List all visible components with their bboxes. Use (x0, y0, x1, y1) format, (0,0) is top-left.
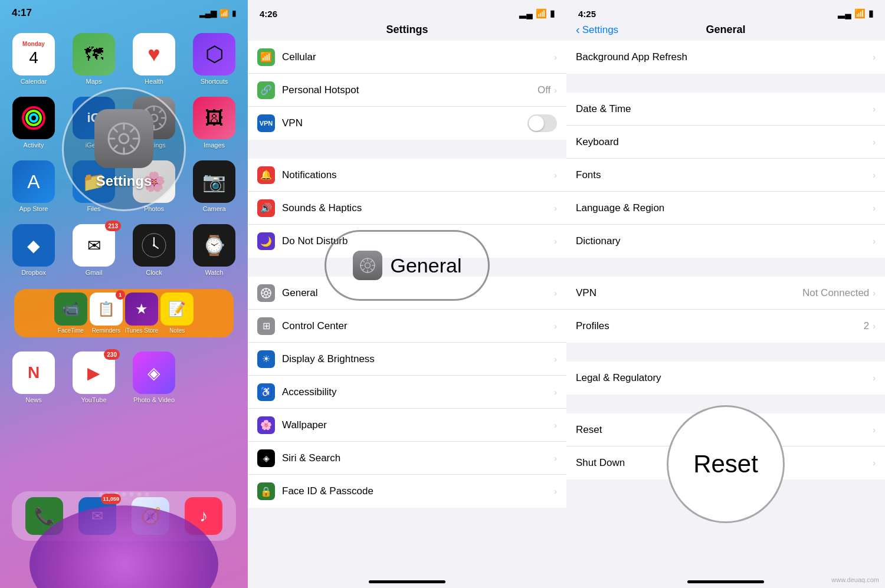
app-images[interactable]: 🖼 Images (191, 97, 238, 149)
shutdown-chevron: › (873, 458, 876, 468)
app-label-appstore: App Store (19, 205, 48, 212)
siri-icon: ◈ (257, 449, 275, 467)
date-time-chevron: › (873, 104, 876, 114)
general-back-button[interactable]: ‹ Settings (576, 23, 618, 37)
clock-icon (133, 224, 175, 267)
vpn-toggle[interactable] (527, 114, 557, 132)
app-appstore[interactable]: A App Store (10, 160, 57, 212)
vpn-general-label: VPN (576, 287, 802, 299)
dropbox-icon: ◆ (12, 224, 55, 267)
dnd-label: Do Not Disturb (282, 235, 554, 247)
settings-row-sounds[interactable]: 🔊 Sounds & Haptics › (248, 192, 566, 225)
shutdown-label: Shut Down (576, 457, 873, 469)
sounds-chevron: › (554, 203, 557, 213)
settings-nav-title: Settings (248, 21, 566, 41)
settings-row-display[interactable]: ☀ Display & Brightness › (248, 343, 566, 376)
app-clock[interactable]: Clock (130, 224, 178, 276)
settings-row-general[interactable]: General › (248, 277, 566, 310)
settings-row-notifications[interactable]: 🔔 Notifications › (248, 159, 566, 192)
app-photo-video[interactable]: ◈ Photo & Video (130, 352, 178, 403)
igeek-icon: iG (73, 97, 115, 139)
orange-folder[interactable]: 📹 FaceTime 📋 1 Reminders ★ iTunes Store … (14, 289, 234, 337)
photos-icon: 🌸 (133, 160, 175, 203)
folder-facetime[interactable]: 📹 FaceTime (54, 293, 87, 334)
group-reset: Reset › Shut Down › (566, 413, 885, 479)
vpn-toggle-thumb (529, 116, 544, 131)
folder-itunes[interactable]: ★ iTunes Store (125, 293, 158, 334)
app-gmail[interactable]: ✉ 213 Gmail (70, 224, 117, 276)
app-files[interactable]: 📁 Files (70, 160, 117, 212)
shortcuts-icon: ⬡ (193, 33, 235, 75)
settings-wifi-icon: 📶 (536, 8, 547, 19)
general-chevron: › (554, 288, 557, 298)
date-time-label: Date & Time (576, 103, 873, 115)
app-photos[interactable]: 🌸 Photos (130, 160, 178, 212)
row-keyboard[interactable]: Keyboard › (566, 126, 885, 159)
app-label-igeek: iGeek (86, 142, 103, 149)
row-language-region[interactable]: Language & Region › (566, 192, 885, 225)
settings-row-faceid[interactable]: 🔒 Face ID & Passcode › (248, 475, 566, 508)
display-label: Display & Brightness (282, 353, 554, 365)
svg-line-20 (160, 124, 163, 127)
app-calendar[interactable]: Monday 4 Calendar (10, 33, 57, 85)
general-nav-bar: ‹ Settings General (566, 21, 885, 41)
legal-label: Legal & Regulatory (576, 372, 873, 384)
app-igeek[interactable]: iG iGeek (70, 97, 117, 149)
app-grid-row3: A App Store 📁 Files 🌸 Photos 📷 Camera (0, 155, 248, 218)
row-background-refresh[interactable]: Background App Refresh › (566, 41, 885, 74)
app-camera[interactable]: 📷 Camera (191, 160, 238, 212)
settings-row-cellular[interactable]: 📶 Cellular › (248, 41, 566, 74)
app-dropbox[interactable]: ◆ Dropbox (10, 224, 57, 276)
folder-notes[interactable]: 📝 Notes (160, 293, 194, 334)
hotspot-value: Off (537, 84, 550, 96)
general-battery-icon: ▮ (868, 8, 873, 19)
row-fonts[interactable]: Fonts › (566, 159, 885, 192)
settings-row-accessibility[interactable]: ♿ Accessibility › (248, 376, 566, 409)
app-label-watch: Watch (205, 269, 224, 276)
settings-row-vpn[interactable]: VPN VPN (248, 107, 566, 140)
settings-row-wallpaper[interactable]: 🌸 Wallpaper › (248, 409, 566, 442)
wallpaper-icon: 🌸 (257, 416, 275, 434)
legal-chevron: › (873, 373, 876, 383)
row-vpn-general[interactable]: VPN Not Connected › (566, 277, 885, 310)
group-separator-1 (248, 141, 566, 159)
vpn-general-value: Not Connected (802, 287, 869, 299)
row-legal[interactable]: Legal & Regulatory › (566, 362, 885, 395)
camera-icon: 📷 (193, 160, 235, 203)
app-news[interactable]: N News (10, 352, 57, 403)
settings-row-siri[interactable]: ◈ Siri & Search › (248, 442, 566, 475)
app-label-shortcuts: Shortcuts (201, 78, 228, 85)
row-reset[interactable]: Reset › (566, 413, 885, 446)
app-settings-home[interactable]: Settings (130, 97, 178, 149)
folder-label-facetime: FaceTime (58, 327, 84, 334)
row-date-time[interactable]: Date & Time › (566, 93, 885, 126)
files-icon: 📁 (73, 160, 115, 203)
settings-home-indicator (369, 580, 445, 583)
app-watch[interactable]: ⌚ Watch (191, 224, 238, 276)
settings-row-control-center[interactable]: ⊞ Control Center › (248, 310, 566, 343)
settings-row-hotspot[interactable]: 🔗 Personal Hotspot Off › (248, 74, 566, 107)
app-youtube[interactable]: ▶ 230 YouTube (70, 352, 117, 403)
group-locale: Date & Time › Keyboard › Fonts › Languag… (566, 93, 885, 258)
battery-icon: ▮ (232, 9, 236, 18)
notifications-icon: 🔔 (257, 166, 275, 184)
faceid-chevron: › (554, 487, 557, 496)
general-label: General (282, 287, 554, 299)
app-maps[interactable]: 🗺 Maps (70, 33, 117, 85)
settings-row-dnd[interactable]: 🌙 Do Not Disturb › (248, 225, 566, 258)
control-center-label: Control Center (282, 320, 554, 332)
wallpaper-chevron: › (554, 421, 557, 430)
row-shutdown[interactable]: Shut Down › (566, 446, 885, 479)
app-activity[interactable]: Activity (10, 97, 57, 149)
row-dictionary[interactable]: Dictionary › (566, 225, 885, 258)
svg-line-33 (263, 290, 264, 291)
settings-battery-icon: ▮ (550, 8, 555, 19)
general-status-icons: ▂▄ 📶 ▮ (838, 8, 873, 19)
row-profiles[interactable]: Profiles 2 › (566, 310, 885, 343)
app-health[interactable]: ♥ Health (130, 33, 178, 85)
cellular-label: Cellular (282, 51, 554, 63)
fonts-label: Fonts (576, 169, 873, 181)
app-shortcuts[interactable]: ⬡ Shortcuts (191, 33, 238, 85)
folder-reminders[interactable]: 📋 1 Reminders (90, 293, 123, 334)
home-status-bar: 4:17 ▂▄▆ 📶 ▮ (0, 0, 248, 21)
